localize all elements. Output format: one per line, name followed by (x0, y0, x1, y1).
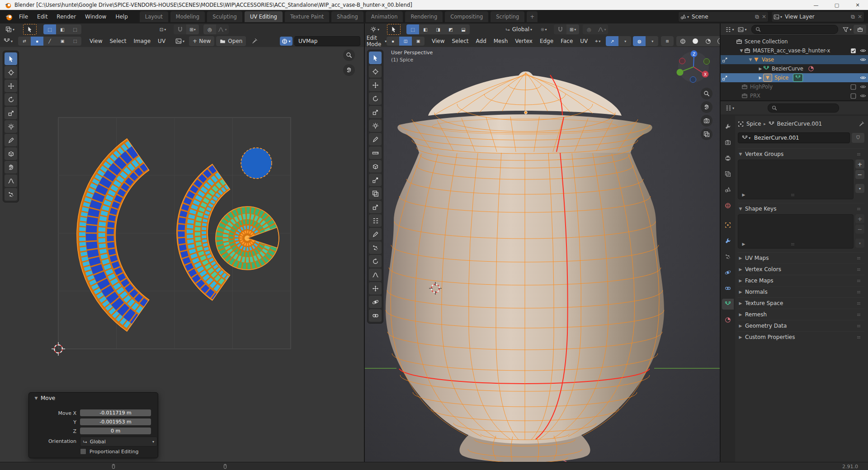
uv-select-mode-box[interactable]: ⬚ (43, 24, 56, 34)
drag-dots-icon[interactable] (856, 151, 862, 157)
uv-menu-uv[interactable]: UV (154, 36, 169, 47)
select-mode-invert[interactable]: ◩ (444, 24, 457, 34)
show-gizmo-toggle[interactable]: ↗ (606, 36, 618, 46)
new-collection-button[interactable] (854, 25, 866, 34)
select-mode-subtract[interactable]: ◨ (432, 24, 444, 34)
viewport-ortho-toggle-button[interactable] (701, 128, 712, 140)
tool-add-cube[interactable] (369, 160, 382, 173)
minimize-button[interactable]: — (806, 0, 826, 10)
section-remesh[interactable]: ▶Remesh (738, 309, 864, 320)
uv-snap-toggle[interactable] (174, 24, 186, 34)
shape-key-specials-dropdown[interactable]: ▾ (855, 239, 864, 248)
uv-menu-select[interactable]: Select (106, 36, 130, 47)
uv-select-island-button[interactable]: ⬚ (69, 37, 81, 46)
pivot-point-dropdown[interactable]: ⌾▾ (538, 24, 550, 34)
section-vertex-groups[interactable]: ▼Vertex Groups (738, 148, 864, 160)
specials-menu-icon[interactable]: ▶ (741, 193, 746, 197)
tab-output[interactable] (722, 153, 734, 164)
uv-select-face-button[interactable]: ▣ (56, 37, 69, 46)
uv-tool-annotate[interactable] (5, 134, 17, 146)
viewport-tool-dropdown[interactable]: ▾ (368, 24, 381, 34)
vp-menu-mesh[interactable]: Mesh (490, 36, 512, 47)
uv-menu-view[interactable]: View (86, 36, 106, 47)
drag-dots-icon[interactable] (856, 278, 862, 284)
section-normals[interactable]: ▶Normals (738, 286, 864, 297)
vp-menu-vertex[interactable]: Vertex (511, 36, 536, 47)
view-layer-remove-icon[interactable]: ✕ (858, 14, 862, 20)
disclosure-icon[interactable]: ▼ (748, 57, 753, 62)
section-face-maps[interactable]: ▶Face Maps (738, 275, 864, 286)
properties-editor-type-dropdown[interactable]: ▾ (723, 103, 736, 113)
breadcrumb-data[interactable]: BezierCurve.001 (777, 121, 822, 127)
proportional-falloff-dropdown[interactable]: ▾ (595, 24, 608, 34)
section-geometry-data[interactable]: ▶Geometry Data (738, 320, 864, 331)
menu-help[interactable]: Help (111, 12, 132, 22)
outliner-row-prx[interactable]: PRX (721, 91, 868, 100)
drag-dots-icon[interactable] (856, 206, 862, 212)
add-workspace-button[interactable]: + (527, 11, 538, 22)
drag-dots-icon[interactable] (856, 301, 862, 306)
shape-key-add-button[interactable]: + (855, 214, 864, 223)
uv-sticky-select-dropdown[interactable]: ⊡▾ (156, 24, 169, 34)
menu-render[interactable]: Render (52, 12, 80, 22)
tab-object-data[interactable] (722, 299, 734, 310)
transform-orientation-dropdown[interactable]: ⮡ Global ▾ (503, 24, 535, 34)
orientation-dropdown[interactable]: ⮡ Global ▾ (80, 437, 157, 446)
mesh-select-vertex-button[interactable]: ▪ (387, 37, 399, 46)
move-z-field[interactable]: 0 m (80, 428, 151, 434)
vertex-group-add-button[interactable]: + (855, 160, 864, 169)
outliner-filter-id-dropdown[interactable]: ▾ (736, 24, 749, 34)
uv-select-vertex-button[interactable]: ▪ (31, 37, 43, 46)
close-button[interactable]: ✕ (847, 0, 868, 10)
uv-snap-target-dropdown[interactable]: ⊞▾ (186, 24, 199, 34)
vp-menu-edge[interactable]: Edge (536, 36, 557, 47)
eye-icon[interactable] (860, 75, 866, 81)
uv-island-disc[interactable] (216, 207, 279, 270)
uv-proportional-falloff-dropdown[interactable]: ▾ (216, 24, 229, 34)
drag-dots-icon[interactable] (856, 312, 862, 318)
view-layer-copy-icon[interactable]: ⧉ (851, 14, 855, 20)
eye-icon[interactable] (860, 56, 866, 63)
tool-poly-build[interactable] (369, 241, 382, 254)
uv-sync-select-toggle[interactable]: ⇄ (18, 37, 31, 46)
mesh-select-face-button[interactable]: ▣ (412, 37, 425, 46)
viewport-pan-button[interactable] (701, 101, 712, 113)
tab-modeling[interactable]: Modeling (170, 11, 205, 22)
disclosure-icon[interactable]: ▶ (758, 75, 763, 80)
tool-inset-faces[interactable] (369, 187, 382, 200)
uv-island-circle[interactable] (241, 148, 272, 179)
image-open-button[interactable]: Open (216, 36, 246, 46)
uv-select-edge-button[interactable]: ╱ (43, 37, 56, 46)
uv-tool-pinch[interactable] (5, 188, 17, 201)
uv-tool-grab[interactable] (5, 161, 17, 174)
outliner-row-scene-collection[interactable]: Scene Collection (721, 37, 868, 46)
object-visibility-dropdown[interactable]: ⌖▾ (591, 36, 604, 46)
tool-cursor[interactable] (369, 65, 382, 78)
image-new-button[interactable]: +New (189, 36, 214, 46)
tab-compositing[interactable]: Compositing (445, 11, 488, 22)
uv-tool-transform[interactable] (5, 120, 17, 133)
shape-key-remove-button[interactable]: − (855, 225, 864, 234)
uv-active-tool-button[interactable] (23, 24, 37, 35)
tool-shrink-fatten[interactable] (369, 296, 382, 308)
uv-tool-select-box[interactable] (5, 52, 17, 65)
tab-material[interactable] (722, 315, 734, 325)
outliner-row-beziercurve[interactable]: ▶ BezierCurve (721, 64, 868, 73)
uv-proportional-edit-toggle[interactable]: ◎ (203, 24, 216, 34)
scene-unlink-icon[interactable]: ✕ (762, 14, 766, 20)
viewport-camera-button[interactable] (701, 115, 712, 127)
drag-dots-icon[interactable] (856, 323, 862, 329)
tool-loop-cut[interactable] (369, 214, 382, 227)
uv-tool-relax[interactable] (5, 174, 17, 187)
menu-window[interactable]: Window (80, 12, 111, 22)
mode-dropdown[interactable]: Edit Mode ▾ (368, 36, 383, 46)
vertex-groups-list[interactable]: ▶ (738, 160, 854, 199)
mesh-select-edge-button[interactable]: ◫ (399, 37, 412, 46)
tool-measure[interactable] (369, 146, 382, 159)
snap-target-dropdown[interactable]: ⊞▾ (566, 24, 579, 34)
tool-annotate[interactable] (369, 133, 382, 146)
move-y-field[interactable]: -0.001953 m (80, 418, 151, 425)
proportional-editing-row[interactable]: Proportional Editing (80, 448, 138, 455)
pin-id-icon[interactable] (859, 121, 864, 127)
tab-physics[interactable] (722, 267, 734, 278)
